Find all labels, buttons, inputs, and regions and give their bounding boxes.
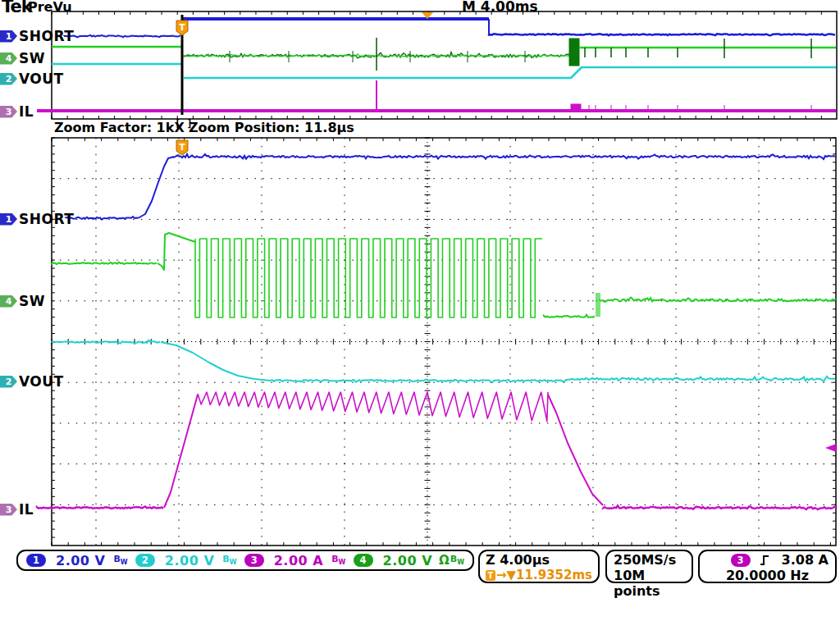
channel-readouts-box[interactable]: 1 2.00 V BW 2 2.00 V BW 3 2.00 A BW 4 2.… — [16, 550, 474, 571]
acquisition-box[interactable]: 250MS/s 10M points — [605, 550, 693, 583]
zoom-position-delay-readout: T→▼11.9352ms — [486, 568, 592, 582]
main-label-ch2: 2 VOUT — [0, 374, 64, 389]
ch1-name: SHORT — [19, 28, 74, 44]
waveform-display-svg: T[ ]T — [0, 0, 840, 630]
ch4-name: SW — [19, 293, 45, 309]
main-label-ch3: 3 IL — [0, 502, 34, 517]
ch4-ohm-coupling: Ω — [439, 553, 450, 568]
ch2-readout[interactable]: 2 2.00 V BW — [135, 553, 237, 568]
ch1-badge-icon: 1 — [0, 30, 17, 43]
svg-text:T: T — [179, 142, 185, 153]
zoom-info-bar: Zoom Factor: 1kX Zoom Position: 11.8µs — [0, 120, 840, 137]
ch3-scale: 2.00 A — [274, 553, 323, 568]
overview-label-ch3: 3 IL — [0, 104, 34, 119]
ch4-badge-icon: 4 — [0, 52, 17, 65]
ch2-scale: 2.00 V — [165, 553, 214, 568]
ch2-badge-icon: 2 — [0, 73, 17, 85]
trigger-frequency: 20.0000 Hz — [706, 568, 829, 583]
ch3-badge-icon: 3 — [0, 106, 17, 118]
ch1-name: SHORT — [19, 211, 74, 227]
ch2-name: VOUT — [19, 373, 64, 390]
overview-label-ch2: 2 VOUT — [0, 71, 64, 86]
trigger-level: 3.08 A — [782, 552, 829, 568]
ch2-bandwidth-icon: BW — [222, 554, 236, 566]
ch4-scale: 2.00 V — [383, 553, 432, 568]
zoom-scale-readout: Z 4.00µs — [486, 552, 592, 568]
ch3-readout[interactable]: 3 2.00 A BW — [244, 553, 346, 568]
overview-label-ch1: 1 SHORT — [0, 29, 74, 43]
ch2-badge-icon[interactable]: 2 — [135, 554, 155, 567]
overview-label-ch4: 4 SW — [0, 51, 45, 66]
ch2-name: VOUT — [19, 71, 64, 87]
trigger-source-badge[interactable]: 3 — [731, 554, 751, 567]
trigger-box[interactable]: 3 3.08 A 20.0000 Hz — [698, 550, 837, 583]
ch2-badge-icon: 2 — [0, 376, 17, 388]
ch3-bandwidth-icon: BW — [331, 554, 345, 566]
ch4-bandwidth-icon: BW — [450, 554, 464, 566]
ch3-badge-icon: 3 — [0, 504, 17, 516]
ch1-badge-icon: 1 — [0, 213, 17, 226]
ch4-name: SW — [19, 50, 45, 66]
oscilloscope-screen: Tek PreVu M 4.00ms T[ ]T 1 SHORT 4 SW 2 … — [0, 0, 840, 630]
zoom-factor-readout: Zoom Factor: 1kX — [54, 120, 185, 135]
svg-text:T: T — [179, 22, 185, 33]
ch3-name: IL — [19, 501, 34, 518]
ch4-readout[interactable]: 4 2.00 V Ω BW — [354, 553, 464, 568]
record-length: 10M points — [614, 568, 685, 599]
ch4-badge-icon: 4 — [0, 295, 17, 308]
main-label-ch4: 4 SW — [0, 294, 45, 308]
ch1-badge-icon[interactable]: 1 — [26, 554, 46, 567]
ch3-badge-icon[interactable]: 3 — [244, 554, 264, 567]
main-label-ch1: 1 SHORT — [0, 212, 74, 226]
sample-rate: 250MS/s — [614, 552, 685, 568]
delay-arrows-icon: →▼ — [496, 568, 516, 582]
zoom-timebase-box[interactable]: Z 4.00µs T→▼11.9352ms — [478, 550, 600, 583]
trigger-t-icon: T — [486, 570, 495, 581]
ch1-scale: 2.00 V — [56, 553, 105, 568]
zoom-position-readout: Zoom Position: 11.8µs — [189, 120, 354, 135]
ch1-bandwidth-icon: BW — [113, 554, 127, 566]
ch3-name: IL — [19, 103, 34, 120]
rising-edge-icon — [759, 554, 770, 567]
delay-value: 11.9352ms — [516, 568, 592, 582]
ch4-badge-icon[interactable]: 4 — [354, 554, 373, 567]
ch1-readout[interactable]: 1 2.00 V BW — [26, 553, 128, 568]
